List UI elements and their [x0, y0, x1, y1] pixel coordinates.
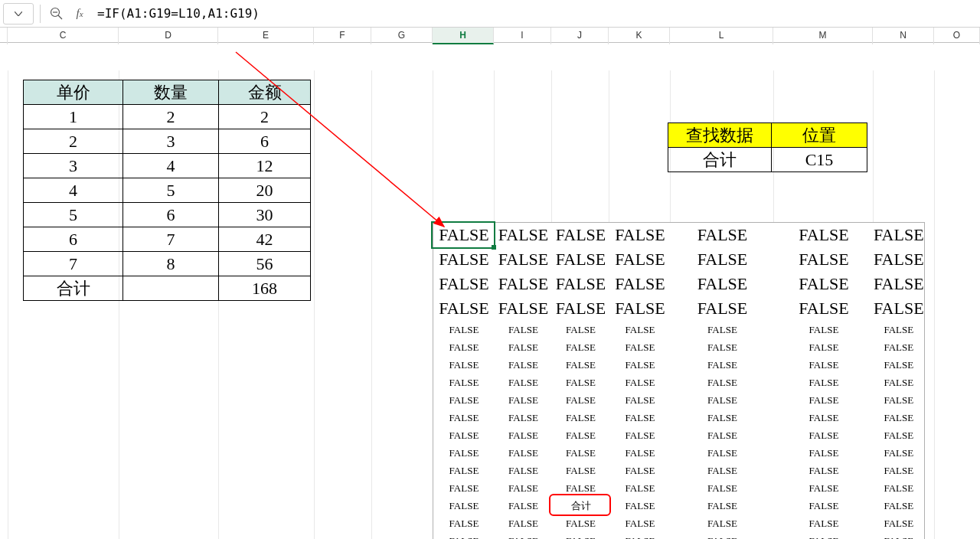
cell[interactable]: 4: [24, 178, 123, 203]
cell[interactable]: 5: [123, 178, 219, 203]
cell[interactable]: 3: [123, 129, 219, 154]
lookup-table[interactable]: 查找数据 位置 合计 C15: [668, 122, 867, 172]
spill-cell[interactable]: FALSE: [495, 391, 552, 409]
spill-cell[interactable]: 合计: [552, 497, 609, 514]
spill-cell[interactable]: FALSE: [874, 409, 924, 426]
table-row[interactable]: 236: [24, 129, 311, 154]
table-total-row[interactable]: 合计168: [24, 276, 311, 301]
spill-cell[interactable]: FALSE: [774, 479, 874, 497]
spill-cell[interactable]: FALSE: [495, 514, 552, 532]
cell[interactable]: 合计: [24, 276, 123, 301]
spill-range[interactable]: FALSEFALSEFALSEFALSEFALSEFALSEFALSEFALSE…: [433, 222, 925, 539]
spill-cell[interactable]: FALSE: [495, 338, 552, 356]
spill-cell[interactable]: FALSE: [874, 514, 924, 532]
cell[interactable]: 20: [219, 178, 311, 203]
cell[interactable]: 56: [219, 252, 311, 276]
fx-icon[interactable]: fx: [70, 4, 90, 24]
spill-cell[interactable]: FALSE: [774, 296, 874, 321]
cell[interactable]: 3: [24, 154, 123, 178]
spill-cell[interactable]: FALSE: [433, 247, 495, 272]
spill-cell[interactable]: FALSE: [609, 479, 671, 497]
table-row[interactable]: 5630: [24, 203, 311, 227]
spill-cell[interactable]: FALSE: [774, 391, 874, 409]
spill-cell[interactable]: FALSE: [433, 462, 495, 479]
spill-cell[interactable]: FALSE: [874, 479, 924, 497]
spill-cell[interactable]: FALSE: [552, 391, 609, 409]
spill-cell[interactable]: FALSE: [609, 321, 671, 338]
spill-cell[interactable]: FALSE: [495, 532, 552, 539]
spill-cell[interactable]: FALSE: [609, 247, 671, 272]
cell[interactable]: 30: [219, 203, 311, 227]
spill-cell[interactable]: FALSE: [609, 338, 671, 356]
spill-cell[interactable]: FALSE: [774, 462, 874, 479]
col-header-G[interactable]: G: [371, 28, 433, 44]
cell[interactable]: 4: [123, 154, 219, 178]
spill-cell[interactable]: FALSE: [609, 391, 671, 409]
spill-cell[interactable]: FALSE: [774, 409, 874, 426]
cell[interactable]: 7: [123, 227, 219, 252]
spill-cell[interactable]: FALSE: [774, 338, 874, 356]
spill-cell[interactable]: FALSE: [433, 223, 495, 247]
col-header-C[interactable]: C: [8, 28, 119, 44]
spill-cell[interactable]: FALSE: [552, 409, 609, 426]
spill-cell[interactable]: FALSE: [874, 356, 924, 374]
spill-cell[interactable]: FALSE: [609, 532, 671, 539]
spill-cell[interactable]: FALSE: [433, 444, 495, 462]
col-header-K[interactable]: K: [609, 28, 670, 44]
col-header-J[interactable]: J: [551, 28, 609, 44]
spill-cell[interactable]: FALSE: [495, 272, 552, 296]
spill-cell[interactable]: FALSE: [433, 338, 495, 356]
col-header-H[interactable]: H: [433, 28, 494, 44]
spill-cell[interactable]: FALSE: [874, 426, 924, 444]
spill-cell[interactable]: FALSE: [433, 296, 495, 321]
spill-cell[interactable]: FALSE: [671, 479, 774, 497]
spill-cell[interactable]: FALSE: [874, 321, 924, 338]
spill-cell[interactable]: FALSE: [671, 514, 774, 532]
data-table[interactable]: 单价 数量 金额 12223634124520563067427856合计168: [23, 80, 311, 301]
spill-cell[interactable]: FALSE: [495, 296, 552, 321]
spill-cell[interactable]: FALSE: [671, 497, 774, 514]
cell[interactable]: 6: [24, 227, 123, 252]
spill-cell[interactable]: FALSE: [774, 497, 874, 514]
table-row[interactable]: 4520: [24, 178, 311, 203]
spill-cell[interactable]: FALSE: [495, 444, 552, 462]
cell[interactable]: 168: [219, 276, 311, 301]
spill-cell[interactable]: FALSE: [774, 532, 874, 539]
spill-cell[interactable]: FALSE: [433, 409, 495, 426]
spill-cell[interactable]: FALSE: [774, 321, 874, 338]
spill-cell[interactable]: FALSE: [671, 532, 774, 539]
spill-cell[interactable]: FALSE: [552, 444, 609, 462]
spill-cell[interactable]: FALSE: [671, 223, 774, 247]
spill-cell[interactable]: FALSE: [671, 462, 774, 479]
spill-cell[interactable]: FALSE: [609, 374, 671, 391]
spill-cell[interactable]: FALSE: [609, 272, 671, 296]
spill-cell[interactable]: FALSE: [609, 462, 671, 479]
spill-cell[interactable]: FALSE: [671, 374, 774, 391]
spill-cell[interactable]: FALSE: [671, 356, 774, 374]
spill-cell[interactable]: FALSE: [874, 444, 924, 462]
spill-cell[interactable]: FALSE: [609, 426, 671, 444]
spill-cell[interactable]: FALSE: [495, 321, 552, 338]
spill-cell[interactable]: FALSE: [671, 409, 774, 426]
spill-cell[interactable]: FALSE: [552, 321, 609, 338]
spill-cell[interactable]: FALSE: [433, 532, 495, 539]
spill-cell[interactable]: FALSE: [552, 514, 609, 532]
cell[interactable]: 2: [219, 105, 311, 129]
spill-cell[interactable]: FALSE: [609, 444, 671, 462]
spill-cell[interactable]: FALSE: [874, 374, 924, 391]
spill-cell[interactable]: FALSE: [671, 338, 774, 356]
spill-cell[interactable]: FALSE: [874, 223, 924, 247]
spill-cell[interactable]: FALSE: [774, 514, 874, 532]
spill-cell[interactable]: FALSE: [609, 223, 671, 247]
spill-cell[interactable]: FALSE: [671, 296, 774, 321]
col-header-L[interactable]: L: [670, 28, 773, 44]
spill-cell[interactable]: FALSE: [671, 391, 774, 409]
spill-cell[interactable]: FALSE: [552, 374, 609, 391]
spill-cell[interactable]: FALSE: [433, 497, 495, 514]
spill-cell[interactable]: FALSE: [495, 426, 552, 444]
spill-cell[interactable]: FALSE: [874, 247, 924, 272]
spill-cell[interactable]: FALSE: [552, 247, 609, 272]
cell[interactable]: 7: [24, 252, 123, 276]
column-headers[interactable]: CDEFGHIJKLMNO: [0, 28, 980, 43]
spill-cell[interactable]: FALSE: [433, 356, 495, 374]
